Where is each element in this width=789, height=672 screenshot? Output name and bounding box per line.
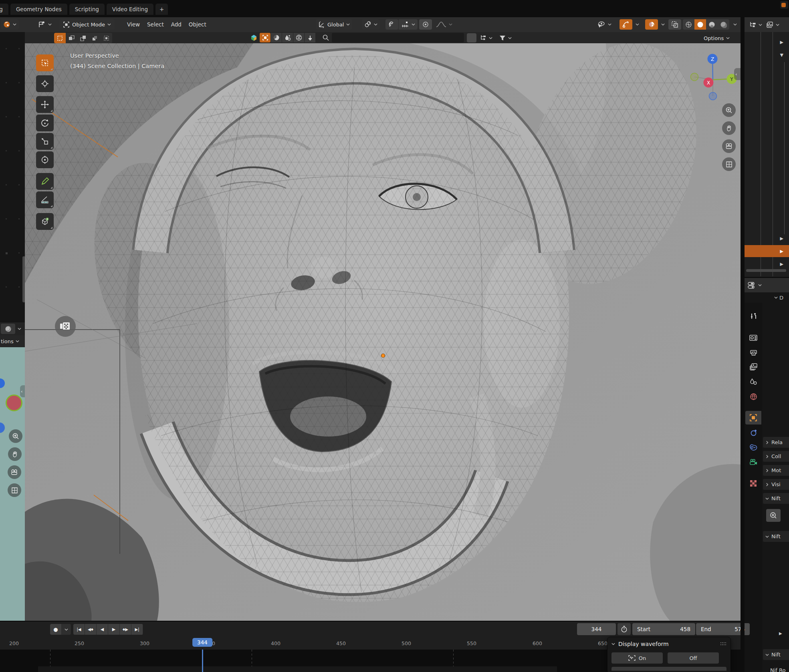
panel-visibility[interactable]: Visi — [763, 479, 789, 490]
outliner-row-selected[interactable]: ▶ — [745, 245, 789, 257]
waveform-panel-title[interactable]: Display waveform — [618, 641, 669, 647]
outliner-row[interactable]: ▶ — [745, 232, 789, 244]
select-mode-invert[interactable] — [89, 33, 101, 43]
zoom-button[interactable] — [722, 103, 736, 117]
pan-button[interactable] — [722, 121, 736, 135]
tab-tool[interactable] — [745, 309, 761, 323]
filter-world-button[interactable] — [293, 33, 304, 42]
tool-move[interactable] — [36, 96, 54, 113]
left-viewport-shading-dropdown[interactable] — [15, 324, 23, 334]
overlays-toggle[interactable] — [645, 19, 658, 30]
tab-object[interactable] — [745, 411, 761, 425]
outliner-filter-dropdown[interactable] — [765, 20, 780, 30]
panel-nif-1[interactable]: Nift — [763, 493, 789, 504]
add-workspace-button[interactable]: + — [155, 4, 168, 15]
camera-view-button[interactable] — [722, 139, 736, 153]
prev-keyframe-button[interactable]: ◀◆ — [85, 624, 96, 635]
workspace-tab-partial[interactable]: ing — [0, 4, 8, 15]
proportional-edit-toggle[interactable] — [419, 19, 432, 30]
tab-view-layer[interactable] — [745, 360, 761, 374]
mode-dropdown[interactable]: Object Mode — [59, 19, 115, 30]
outliner-row[interactable]: ▶ — [745, 258, 789, 270]
nif-zoom-plus-button[interactable] — [766, 509, 781, 522]
menu-select[interactable]: Select — [143, 21, 167, 28]
axis-ball-partial-bottom[interactable] — [0, 423, 5, 433]
display-mode-button[interactable] — [467, 33, 476, 42]
waveform-on-button[interactable]: On — [611, 652, 663, 664]
panel-nif-2[interactable]: Nift — [763, 531, 789, 542]
scene-selector-partial-icon[interactable] — [780, 1, 788, 9]
workspace-tab-scripting[interactable]: Scripting — [69, 4, 105, 15]
proportional-falloff-dropdown[interactable] — [434, 19, 455, 30]
display-settings-dropdown[interactable] — [478, 33, 495, 42]
left-camera-view-button[interactable] — [8, 465, 21, 479]
outliner-scrollbar[interactable] — [746, 269, 786, 272]
current-frame-field[interactable]: 344 — [577, 623, 616, 635]
select-mode-set[interactable] — [54, 33, 66, 43]
tool-measure[interactable] — [36, 191, 54, 208]
tab-world[interactable] — [745, 390, 761, 403]
snap-toggle-button[interactable] — [385, 19, 398, 30]
tool-annotate[interactable] — [36, 173, 54, 190]
shading-rendered-button[interactable] — [718, 19, 729, 30]
panel-nif-3[interactable]: Nift — [763, 649, 789, 660]
play-reverse-button[interactable]: ◀ — [97, 624, 108, 635]
next-keyframe-button[interactable]: ◆▶ — [120, 624, 131, 635]
keying-dropdown[interactable] — [62, 624, 71, 635]
show-hide-dropdown[interactable] — [594, 19, 614, 30]
left-3d-viewport[interactable]: ‹ — [0, 347, 25, 621]
tab-constraints[interactable] — [745, 441, 761, 454]
play-button[interactable]: ▶ — [108, 624, 119, 635]
shading-wireframe-button[interactable] — [683, 19, 694, 30]
tool-select-box[interactable] — [36, 54, 54, 71]
filter-brush-button[interactable] — [305, 33, 315, 42]
overlays-dropdown[interactable] — [659, 19, 667, 30]
outliner-row-expanded[interactable]: ▼ — [745, 49, 789, 61]
left-sidebar-collapse[interactable]: ‹ — [20, 385, 25, 397]
xray-toggle[interactable] — [668, 19, 681, 30]
tab-render[interactable] — [745, 330, 761, 344]
use-preview-range-toggle[interactable] — [617, 623, 631, 635]
properties-editor-type-dropdown[interactable] — [747, 280, 763, 290]
tool-add-primitive[interactable] — [36, 213, 54, 230]
left-pan-button[interactable] — [8, 447, 22, 461]
gizmos-dropdown[interactable] — [633, 19, 641, 30]
outliner-display-mode-dropdown[interactable] — [749, 20, 763, 30]
collapsed-panel-arrow[interactable]: ▶ — [779, 631, 782, 636]
left-viewport-menu-truncated[interactable]: tions — [0, 335, 25, 347]
pivot-point-dropdown[interactable] — [362, 19, 380, 30]
waveform-off-button[interactable]: Off — [668, 652, 719, 664]
axis-ball-x[interactable] — [6, 394, 22, 411]
menu-object[interactable]: Object — [185, 21, 210, 28]
filter-selectable-button[interactable] — [260, 33, 270, 42]
axis-ball-partial-top[interactable] — [0, 378, 5, 388]
browse-id-button[interactable] — [248, 33, 259, 42]
left-viewport-shading-button[interactable] — [1, 324, 15, 334]
transform-orientation-dropdown[interactable]: Global — [316, 19, 352, 30]
select-mode-extend[interactable] — [66, 33, 77, 43]
left-zoom-button[interactable] — [9, 429, 22, 443]
panel-motion-paths[interactable]: Mot — [763, 465, 789, 476]
menu-add[interactable]: Add — [167, 21, 185, 28]
region-divider[interactable] — [741, 17, 745, 672]
ortho-toggle-button[interactable] — [722, 157, 736, 171]
options-dropdown[interactable]: Options — [701, 33, 732, 43]
main-3d-viewport[interactable]: User Perspective (344) Scene Collection … — [25, 43, 741, 621]
panel-collections[interactable]: Coll — [763, 451, 789, 462]
workspace-tab-geometry-nodes[interactable]: Geometry Nodes — [10, 4, 67, 15]
select-mode-subtract[interactable] — [77, 33, 89, 43]
tab-output[interactable] — [745, 345, 761, 359]
tool-cursor[interactable] — [36, 75, 54, 92]
navigation-gizmo[interactable]: Z X Y — [688, 51, 741, 103]
panel-relations[interactable]: Rela — [763, 437, 789, 448]
node-editor-fragment[interactable] — [0, 32, 25, 322]
menu-view[interactable]: View — [123, 21, 143, 28]
tool-transform[interactable] — [36, 151, 54, 168]
workspace-tab-video-editing[interactable]: Video Editing — [107, 4, 153, 15]
outliner[interactable]: ▶ ▼ ▶ ▶ ▶ — [745, 32, 789, 276]
left-ortho-toggle-button[interactable] — [8, 483, 21, 497]
waveform-partial-widget[interactable] — [611, 667, 726, 671]
active-tool-dropdown[interactable] — [35, 19, 54, 30]
drag-grip-icon[interactable] — [720, 642, 726, 646]
start-frame-field[interactable]: Start458 — [632, 623, 695, 635]
